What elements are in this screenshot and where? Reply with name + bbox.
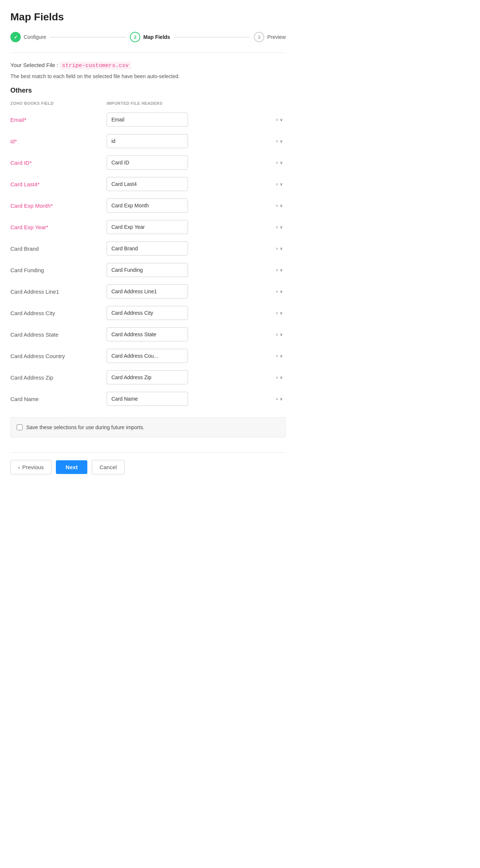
chevron-down-icon-card-address-zip: ∨ — [280, 375, 283, 380]
step-connector-1 — [50, 37, 127, 37]
chevron-left-icon: ‹ — [18, 464, 20, 470]
step-configure: ✓ Configure — [10, 32, 46, 42]
field-select-card-address-country[interactable]: Card Address Cou... — [107, 349, 188, 363]
chevron-down-icon-card-exp-month: ∨ — [280, 203, 283, 208]
select-icons-card-address-zip: ×∨ — [275, 375, 283, 380]
chevron-down-icon-card-funding: ∨ — [280, 268, 283, 273]
field-label-card-address-city: Card Address City — [10, 310, 107, 316]
chevron-down-icon-card-address-state: ∨ — [280, 332, 283, 337]
field-label-card-name: Card Name — [10, 396, 107, 402]
field-select-wrap-id: id×∨ — [107, 134, 286, 148]
field-select-card-address-city[interactable]: Card Address City — [107, 306, 188, 320]
fields-container: Email*Email×∨id*id×∨Card ID*Card ID×∨Car… — [10, 111, 286, 407]
chevron-down-icon-card-name: ∨ — [280, 397, 283, 401]
field-select-wrap-card-last4: Card Last4×∨ — [107, 177, 286, 191]
field-row-card-exp-year: Card Exp Year*Card Exp Year×∨ — [10, 219, 286, 235]
clear-icon-id[interactable]: × — [275, 138, 278, 144]
clear-icon-card-id[interactable]: × — [275, 160, 278, 166]
clear-icon-card-address-state[interactable]: × — [275, 332, 278, 337]
select-icons-card-exp-year: ×∨ — [275, 224, 283, 230]
selected-file-label: Your Selected File : — [10, 62, 58, 68]
field-select-wrap-card-address-country: Card Address Cou...×∨ — [107, 349, 286, 363]
field-select-card-exp-month[interactable]: Card Exp Month — [107, 198, 188, 213]
field-select-card-funding[interactable]: Card Funding — [107, 263, 188, 277]
field-select-card-address-state[interactable]: Card Address State — [107, 327, 188, 341]
clear-icon-card-address-city[interactable]: × — [275, 310, 278, 316]
field-label-card-address-country: Card Address Country — [10, 353, 107, 359]
chevron-down-icon-card-brand: ∨ — [280, 246, 283, 251]
stepper: ✓ Configure 2 Map Fields 3 Preview — [10, 32, 286, 42]
field-select-card-address-zip[interactable]: Card Address Zip — [107, 370, 188, 384]
field-row-email: Email*Email×∨ — [10, 111, 286, 128]
previous-button-label: Previous — [22, 464, 44, 470]
field-select-card-id[interactable]: Card ID — [107, 156, 188, 170]
field-select-card-brand[interactable]: Card Brand — [107, 241, 188, 256]
save-label: Save these selections for use during fut… — [26, 424, 144, 430]
field-select-email[interactable]: Email — [107, 113, 188, 127]
cancel-button[interactable]: Cancel — [92, 460, 125, 474]
save-section: Save these selections for use during fut… — [10, 417, 286, 437]
clear-icon-card-name[interactable]: × — [275, 396, 278, 402]
auto-select-note: The best match to each field on the sele… — [10, 73, 286, 79]
field-label-card-address-zip: Card Address Zip — [10, 374, 107, 381]
chevron-down-icon-card-address-country: ∨ — [280, 354, 283, 358]
page-title: Map Fields — [10, 11, 286, 23]
select-icons-email: ×∨ — [275, 117, 283, 123]
field-select-wrap-card-address-city: Card Address City×∨ — [107, 306, 286, 320]
field-select-card-last4[interactable]: Card Last4 — [107, 177, 188, 191]
chevron-down-icon-card-last4: ∨ — [280, 182, 283, 187]
clear-icon-card-exp-year[interactable]: × — [275, 224, 278, 230]
field-row-card-address-country: Card Address CountryCard Address Cou...×… — [10, 348, 286, 364]
step-preview: 3 Preview — [254, 32, 286, 42]
clear-icon-email[interactable]: × — [275, 117, 278, 123]
field-row-card-exp-month: Card Exp Month*Card Exp Month×∨ — [10, 197, 286, 214]
clear-icon-card-brand[interactable]: × — [275, 246, 278, 251]
select-icons-card-address-country: ×∨ — [275, 353, 283, 359]
select-icons-id: ×∨ — [275, 138, 283, 144]
field-label-email: Email* — [10, 117, 107, 123]
chevron-down-icon-id: ∨ — [280, 139, 283, 144]
field-select-card-name[interactable]: Card Name — [107, 392, 188, 406]
step-preview-label: Preview — [267, 34, 286, 40]
previous-button[interactable]: ‹ Previous — [10, 460, 51, 474]
section-heading: Others — [10, 87, 286, 94]
select-icons-card-address-line1: ×∨ — [275, 289, 283, 294]
field-select-wrap-card-funding: Card Funding×∨ — [107, 263, 286, 277]
clear-icon-card-last4[interactable]: × — [275, 181, 278, 187]
select-icons-card-address-city: ×∨ — [275, 310, 283, 316]
chevron-down-icon-email: ∨ — [280, 117, 283, 122]
field-select-wrap-card-address-line1: Card Address Line1×∨ — [107, 284, 286, 298]
save-checkbox[interactable] — [17, 424, 23, 430]
field-label-card-funding: Card Funding — [10, 267, 107, 273]
field-row-card-address-zip: Card Address ZipCard Address Zip×∨ — [10, 369, 286, 385]
clear-icon-card-exp-month[interactable]: × — [275, 203, 278, 208]
footer-divider — [10, 452, 286, 453]
field-label-card-exp-month: Card Exp Month* — [10, 203, 107, 209]
field-select-id[interactable]: id — [107, 134, 188, 148]
field-label-card-id: Card ID* — [10, 160, 107, 166]
field-row-card-last4: Card Last4*Card Last4×∨ — [10, 176, 286, 192]
select-icons-card-brand: ×∨ — [275, 246, 283, 251]
field-select-card-address-line1[interactable]: Card Address Line1 — [107, 284, 188, 298]
clear-icon-card-funding[interactable]: × — [275, 267, 278, 273]
header-divider — [10, 53, 286, 53]
select-icons-card-exp-month: ×∨ — [275, 203, 283, 208]
field-select-card-exp-year[interactable]: Card Exp Year — [107, 220, 188, 234]
chevron-down-icon-card-exp-year: ∨ — [280, 225, 283, 230]
field-row-card-id: Card ID*Card ID×∨ — [10, 154, 286, 171]
chevron-down-icon-card-address-line1: ∨ — [280, 289, 283, 294]
field-label-card-last4: Card Last4* — [10, 181, 107, 187]
field-select-wrap-email: Email×∨ — [107, 113, 286, 127]
clear-icon-card-address-line1[interactable]: × — [275, 289, 278, 294]
clear-icon-card-address-zip[interactable]: × — [275, 375, 278, 380]
chevron-down-icon-card-address-city: ∨ — [280, 311, 283, 316]
step-map-fields-circle: 2 — [130, 32, 140, 42]
footer-actions: ‹ Previous Next Cancel — [10, 460, 286, 474]
clear-icon-card-address-country[interactable]: × — [275, 353, 278, 359]
field-label-card-address-line1: Card Address Line1 — [10, 288, 107, 295]
selected-file-row: Your Selected File : stripe-customers.cs… — [10, 62, 286, 69]
chevron-down-icon-card-id: ∨ — [280, 160, 283, 165]
next-button[interactable]: Next — [56, 460, 87, 474]
field-select-wrap-card-exp-year: Card Exp Year×∨ — [107, 220, 286, 234]
col-header-import: IMPORTED FILE HEADERS — [107, 101, 286, 106]
